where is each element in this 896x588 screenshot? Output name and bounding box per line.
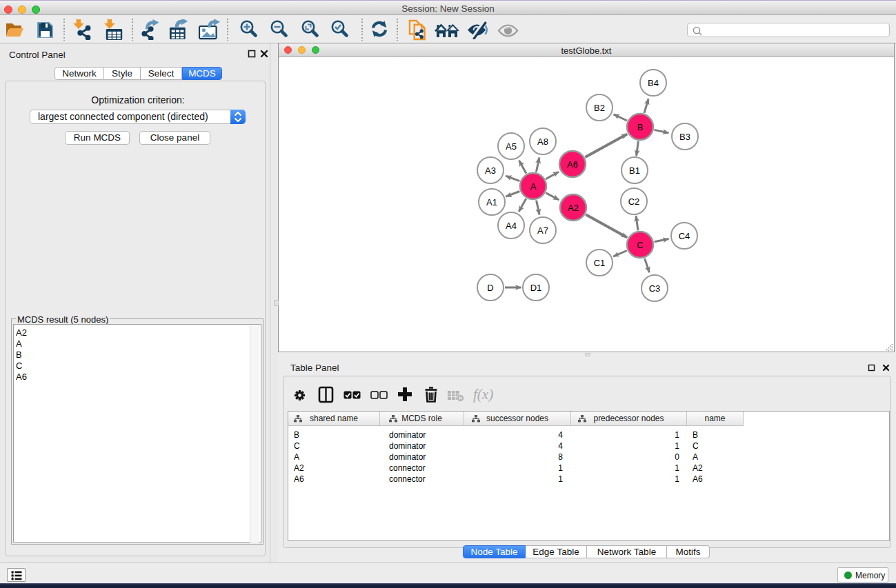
svg-text:C3: C3	[649, 283, 661, 294]
svg-text:C1: C1	[594, 258, 606, 268]
svg-text:A2: A2	[568, 203, 579, 213]
svg-text:A: A	[530, 181, 537, 192]
svg-text:A7: A7	[537, 225, 548, 236]
svg-text:A5: A5	[506, 141, 517, 152]
svg-text:C2: C2	[628, 196, 640, 207]
svg-text:A8: A8	[537, 136, 548, 147]
svg-text:B3: B3	[679, 132, 690, 142]
svg-text:A3: A3	[485, 165, 496, 176]
svg-text:B: B	[637, 122, 644, 132]
svg-text:A1: A1	[486, 197, 497, 207]
svg-text:A4: A4	[506, 221, 517, 231]
svg-text:B1: B1	[629, 165, 640, 176]
svg-text:A6: A6	[567, 159, 578, 170]
svg-text:B4: B4	[648, 78, 659, 88]
svg-text:D: D	[487, 283, 493, 293]
svg-text:C: C	[637, 240, 643, 250]
svg-text:D1: D1	[530, 283, 542, 293]
svg-text:B2: B2	[594, 103, 605, 113]
svg-text:C4: C4	[679, 231, 690, 241]
